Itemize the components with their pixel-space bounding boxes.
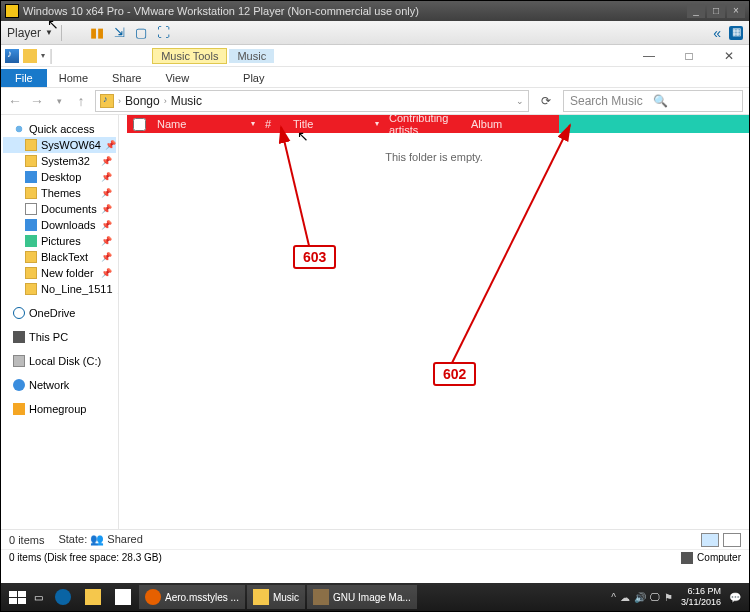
taskbar[interactable]: ▭ Aero.msstyles ... Music GNU Image Ma..… — [1, 583, 749, 611]
column-title[interactable]: Title▾ — [287, 115, 383, 133]
column-name[interactable]: Name▾ — [151, 115, 259, 133]
nav-pictures[interactable]: Pictures📌 — [3, 233, 116, 249]
system-tray[interactable]: ^ ☁ 🔊 🖵 ⚑ 6:16 PM3/11/2016 💬 — [611, 586, 745, 608]
nav-downloads[interactable]: Downloads📌 — [3, 217, 116, 233]
nav-up-button[interactable]: ↑ — [73, 93, 89, 109]
explorer-window: ▾ | Music Tools Music — □ ✕ File Home Sh… — [1, 45, 749, 565]
folder-icon — [85, 589, 101, 605]
nav-noline[interactable]: No_Line_1511📌 — [3, 281, 116, 297]
nav-this-pc[interactable]: This PC — [3, 329, 116, 345]
pc-icon — [13, 331, 25, 343]
refresh-button[interactable]: ⟳ — [535, 94, 557, 108]
nav-themes[interactable]: Themes📌 — [3, 185, 116, 201]
tray-flag-icon[interactable]: ⚑ — [664, 592, 673, 603]
task-view-button[interactable]: ▭ — [29, 592, 47, 603]
vm-back-icon[interactable]: « — [713, 25, 721, 41]
tray-up-icon[interactable]: ^ — [611, 592, 616, 603]
status-item-count: 0 items — [9, 534, 44, 546]
nav-quick-access[interactable]: Quick access — [3, 121, 116, 137]
tab-view[interactable]: View — [153, 69, 201, 87]
vm-close-button[interactable]: × — [727, 4, 745, 18]
vm-settings-icon[interactable]: ▦ — [729, 26, 743, 40]
qat-properties-icon[interactable] — [23, 49, 37, 63]
vm-pause-icon[interactable]: ▮▮ — [90, 25, 104, 40]
nav-desktop[interactable]: Desktop📌 — [3, 169, 116, 185]
vm-unity-icon[interactable]: ▢ — [135, 25, 147, 40]
nav-blacktext[interactable]: BlackText📌 — [3, 249, 116, 265]
folder-icon — [253, 589, 269, 605]
folder-icon — [25, 155, 37, 167]
column-album[interactable]: Album — [465, 115, 559, 133]
column-empty[interactable] — [559, 115, 749, 133]
nav-network[interactable]: Network — [3, 377, 116, 393]
start-button[interactable] — [5, 587, 29, 607]
nav-syswow64[interactable]: SysWOW64📌 — [3, 137, 116, 153]
taskbar-aero[interactable]: Aero.msstyles ... — [139, 585, 245, 609]
tray-onedrive-icon[interactable]: ☁ — [620, 592, 630, 603]
folder-icon — [25, 283, 37, 295]
view-large-button[interactable] — [723, 533, 741, 547]
nav-documents[interactable]: Documents📌 — [3, 201, 116, 217]
documents-icon — [25, 203, 37, 215]
nav-onedrive[interactable]: OneDrive — [3, 305, 116, 321]
taskbar-music[interactable]: Music — [247, 585, 305, 609]
address-bar[interactable]: › Bongo › Music ⌄ — [95, 90, 529, 112]
vm-fullscreen-icon[interactable]: ⛶ — [157, 25, 170, 40]
nav-homegroup[interactable]: Homegroup — [3, 401, 116, 417]
dropdown-icon: ▾ — [375, 119, 379, 128]
column-number[interactable]: # — [259, 115, 287, 133]
tray-notification-icon[interactable]: 💬 — [729, 592, 741, 603]
status-state: State: 👥 Shared — [58, 533, 142, 546]
taskbar-gimp[interactable]: GNU Image Ma... — [307, 585, 417, 609]
maximize-button[interactable]: □ — [669, 45, 709, 67]
tab-file[interactable]: File — [1, 69, 47, 87]
folder-icon — [25, 267, 37, 279]
cloud-icon — [13, 307, 25, 319]
pictures-icon — [25, 235, 37, 247]
column-contributing-artists[interactable]: Contributing artists — [383, 115, 465, 133]
column-checkbox[interactable] — [127, 115, 151, 133]
chevron-right-icon[interactable]: › — [118, 96, 121, 106]
nav-new-folder[interactable]: New folder📌 — [3, 265, 116, 281]
breadcrumb-music[interactable]: Music — [171, 94, 202, 108]
minimize-button[interactable]: — — [629, 45, 669, 67]
pin-icon: 📌 — [101, 236, 112, 246]
network-icon — [13, 379, 25, 391]
vm-toolbar: Player▼ ▮▮ ⇲ ▢ ⛶ « ▦ — [1, 21, 749, 45]
tab-share[interactable]: Share — [100, 69, 153, 87]
contextual-tab-music-tools[interactable]: Music Tools — [152, 48, 227, 64]
taskbar-explorer[interactable] — [79, 585, 107, 609]
tab-play[interactable]: Play — [231, 69, 276, 87]
vm-titlebar: Windows 10 x64 Pro - VMware Workstation … — [1, 1, 749, 21]
tab-home[interactable]: Home — [47, 69, 100, 87]
computer-label: Computer — [697, 552, 741, 563]
nav-recent-button[interactable]: ▾ — [51, 96, 67, 106]
address-dropdown-icon[interactable]: ⌄ — [516, 96, 524, 106]
nav-back-button[interactable]: ← — [7, 93, 23, 109]
tray-screen-icon[interactable]: 🖵 — [650, 592, 660, 603]
breadcrumb-bongo[interactable]: Bongo — [125, 94, 160, 108]
view-details-button[interactable] — [701, 533, 719, 547]
taskbar-store[interactable] — [109, 585, 137, 609]
close-button[interactable]: ✕ — [709, 45, 749, 67]
vm-player-menu[interactable]: Player▼ — [7, 26, 53, 40]
vm-maximize-button[interactable]: □ — [707, 4, 725, 18]
pin-icon: 📌 — [101, 156, 112, 166]
qat-dropdown-icon[interactable]: ▾ — [41, 51, 45, 60]
nav-local-disk[interactable]: Local Disk (C:) — [3, 353, 116, 369]
nav-system32[interactable]: System32📌 — [3, 153, 116, 169]
status-bar: 0 items State: 👥 Shared — [1, 529, 749, 549]
title-music: Music — [229, 49, 274, 63]
navigation-pane[interactable]: Quick access SysWOW64📌 System32📌 Desktop… — [1, 115, 119, 529]
tray-volume-icon[interactable]: 🔊 — [634, 592, 646, 603]
vm-send-key-icon[interactable]: ⇲ — [114, 25, 125, 40]
nav-forward-button[interactable]: → — [29, 93, 45, 109]
chevron-right-icon[interactable]: › — [164, 96, 167, 106]
vmware-icon — [5, 4, 19, 18]
taskbar-edge[interactable] — [49, 585, 77, 609]
taskbar-clock[interactable]: 6:16 PM3/11/2016 — [677, 586, 725, 608]
column-headers[interactable]: Name▾ # Title▾ Contributing artists Albu… — [119, 115, 749, 133]
vm-minimize-button[interactable]: _ — [687, 4, 705, 18]
search-input[interactable]: Search Music 🔍 — [563, 90, 743, 112]
pin-icon: 📌 — [101, 268, 112, 278]
